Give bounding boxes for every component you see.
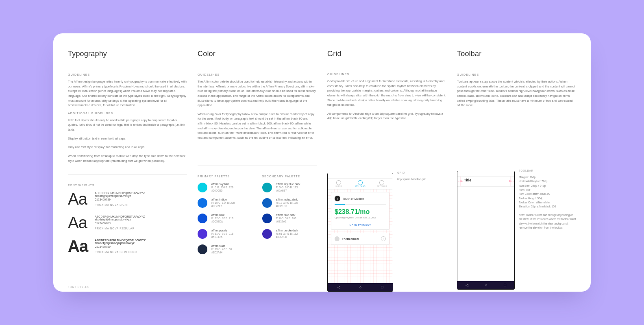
primary-palette-label: PRIMARY PALETTE xyxy=(198,175,252,178)
swatch-rgb: R: 13 G: 97 B: 195 xyxy=(276,201,298,204)
avatar: T xyxy=(335,196,340,201)
typography-title: Typography xyxy=(68,50,187,58)
divider xyxy=(457,64,576,64)
swatch-hex: #06D0E5 xyxy=(211,189,233,192)
swatch-rgb: R: 29 G: 42 B: 68 xyxy=(211,248,232,251)
toolbar-spec-line: Font Color: affirm-black-90 xyxy=(519,192,576,196)
toolbar-spec-line: Toolbar Height: 56dp xyxy=(519,196,576,201)
divider xyxy=(68,64,187,64)
phone-tab[interactable]: LOANS xyxy=(328,179,349,189)
additional-item-1: Display all button text in semi-bold all… xyxy=(68,136,187,141)
font-weight-row: Aa ABCDEFGHIJKLMNOPQRSTUVWXYZ abcdefghij… xyxy=(68,215,187,230)
primary-palette: PRIMARY PALETTE affirm.sky.blueR: 6 G: 2… xyxy=(198,175,252,260)
swatch-hex: #05A6B7 xyxy=(276,189,300,192)
merchant-name: Touch of Modern xyxy=(343,197,364,200)
swatch-name: affirm.blue xyxy=(211,214,233,216)
guidelines-label: GUIDELINES xyxy=(327,73,446,76)
tab-icon xyxy=(379,180,384,185)
numerals: 0123456789 xyxy=(95,245,146,248)
column-toolbar: Toolbar GUIDELINES Toolbars appear a ste… xyxy=(457,50,576,292)
guidelines-body: When using color for typography follow a… xyxy=(198,112,317,140)
toolbar-spec-line: Icon Size: 24dp x 24dp xyxy=(519,184,576,188)
alpha-lower: abcdefghijklmnopqrstuvwxyz xyxy=(95,218,145,221)
color-swatch: affirm.sky.blue.darkR: 5 G: 166 B: 183#0… xyxy=(262,183,317,192)
nav-back-icon[interactable]: ◁ xyxy=(337,285,340,289)
nav-back-icon[interactable]: ◁ xyxy=(466,283,468,287)
swatch-name: affirm.purple xyxy=(211,229,233,232)
additional-item-0: Italic font styles should only be used w… xyxy=(68,118,187,132)
font-weight-row: Aa ABCDEFGHIJKLMNOPQRSTUVWXYZ abcdefghij… xyxy=(68,192,187,206)
swatch-rgb: R: 8 G: 55 B: 163 xyxy=(276,217,296,220)
info-icon[interactable]: i xyxy=(381,236,386,241)
loan-card: T Touch of Modern $238.71/mo Upcoming Pa… xyxy=(331,192,389,230)
toolbar-title-text: Title xyxy=(464,178,471,182)
swatch-rgb: R: 61 G: 41 B: 182 xyxy=(276,232,298,235)
font-styles-label: FONT STYLES xyxy=(68,286,89,288)
swatch-rgb: R: 81 G: 51 B: 218 xyxy=(211,232,233,235)
guidelines-label: GUIDELINES xyxy=(198,73,317,76)
color-chip xyxy=(198,198,207,208)
phone-tabs: LOANS MY LOANS SETTINGS xyxy=(328,179,393,190)
divider xyxy=(198,166,317,166)
color-chip xyxy=(198,214,207,223)
android-navbar: ◁ ○ □ xyxy=(457,281,514,289)
guidelines-label: GUIDELINES xyxy=(68,73,187,76)
toolbar-spec-line: Margins: 16dp xyxy=(519,175,576,179)
promo-title: TheRealReal xyxy=(342,238,359,240)
phone-statusbar xyxy=(328,173,393,179)
secondary-palette: SECONDARY PALETTE affirm.sky.blue.darkR:… xyxy=(262,175,317,260)
color-chip xyxy=(262,183,272,192)
phone-tab[interactable]: SETTINGS xyxy=(371,179,393,189)
column-grid: Grid GUIDELINES Grids provide structure … xyxy=(327,50,446,292)
additional-item-2: Only use font style "display" for market… xyxy=(68,145,187,150)
swatch-hex: #1D2A44 xyxy=(211,251,232,254)
swatch-rgb: R: 5 G: 166 B: 183 xyxy=(276,186,300,189)
toolbar-area: Title ↔16 16↔ xyxy=(457,177,514,187)
font-weights-label: FONT WEIGHTS xyxy=(68,184,187,187)
progress-bar xyxy=(335,204,386,205)
guidelines-body: The Affirm color palette should be used … xyxy=(198,79,317,108)
color-chip xyxy=(198,183,207,192)
phone-tab[interactable]: MY LOANS xyxy=(349,179,371,189)
color-chip xyxy=(262,229,272,239)
tab-icon xyxy=(358,180,363,185)
grid-title: Grid xyxy=(327,50,446,58)
swatch-hex: #3D29B6 xyxy=(276,236,298,238)
nav-home-icon[interactable]: ○ xyxy=(485,283,487,287)
column-typography: Typography GUIDELINES The Affirm design … xyxy=(68,50,187,292)
grid-aside-label: GRID xyxy=(397,171,446,174)
swatch-hex: #0C52DA xyxy=(211,220,233,223)
phone-mock-grid: LOANS MY LOANS SETTINGS T Touch of Moder… xyxy=(327,173,393,292)
swatch-name: affirm.purple.dark xyxy=(276,229,298,232)
font-sample: Aa xyxy=(68,215,89,230)
toolbar-note: Note: Toolbar colors can change dependin… xyxy=(519,213,576,230)
nav-home-icon[interactable]: ○ xyxy=(359,285,361,289)
guidelines-label: GUIDELINES xyxy=(457,73,576,76)
swatch-hex: #0837A3 xyxy=(276,220,296,223)
alpha-lower: abcdefghijklmnopqrstuvwxyz xyxy=(95,194,145,197)
android-navbar: ◁ ○ □ xyxy=(328,283,393,291)
color-chip xyxy=(198,229,207,239)
font-name: PROXIMA NOVA SEMI BOLD xyxy=(95,251,146,253)
numerals: 0123456789 xyxy=(95,198,145,201)
nav-recent-icon[interactable]: □ xyxy=(381,285,383,289)
alpha-upper: ABCDEFGHIJKLMNOPQRSTUVWXYZ xyxy=(95,192,145,194)
color-swatch: affirm.slateR: 29 G: 42 B: 68#1D2A44 xyxy=(198,244,252,254)
toolbar-spec-line: Horizontal Keyline: 72dp xyxy=(519,179,576,183)
nav-recent-icon[interactable]: □ xyxy=(504,283,506,287)
swatch-name: affirm.blue.dark xyxy=(276,214,296,216)
font-weight-row: Aa ABCDEFGHIJKLMNOPQRSTUVWXYZ abcdefghij… xyxy=(68,239,187,253)
guidelines-body: All components for Android align to an 8… xyxy=(327,111,446,121)
divider xyxy=(68,174,187,175)
guidelines-body: Grids provide structure and alignment fo… xyxy=(327,79,446,107)
color-chip xyxy=(262,198,272,208)
color-swatch: affirm.indigo.darkR: 13 G: 97 B: 195#0D6… xyxy=(262,198,317,208)
swatch-hex: #0F72E6 xyxy=(211,205,235,207)
swatch-rgb: R: 15 G: 114 B: 230 xyxy=(211,201,235,204)
swatch-name: affirm.sky.blue.dark xyxy=(276,183,300,185)
payment-amount: $238.71/mo xyxy=(335,208,386,216)
make-payment-button[interactable]: MAKE PAYMENT xyxy=(335,224,386,226)
color-swatch: affirm.purpleR: 81 G: 51 B: 218#5133DA xyxy=(198,229,252,239)
avatar xyxy=(335,236,339,241)
swatch-rgb: R: 12 G: 82 B: 218 xyxy=(211,217,233,220)
